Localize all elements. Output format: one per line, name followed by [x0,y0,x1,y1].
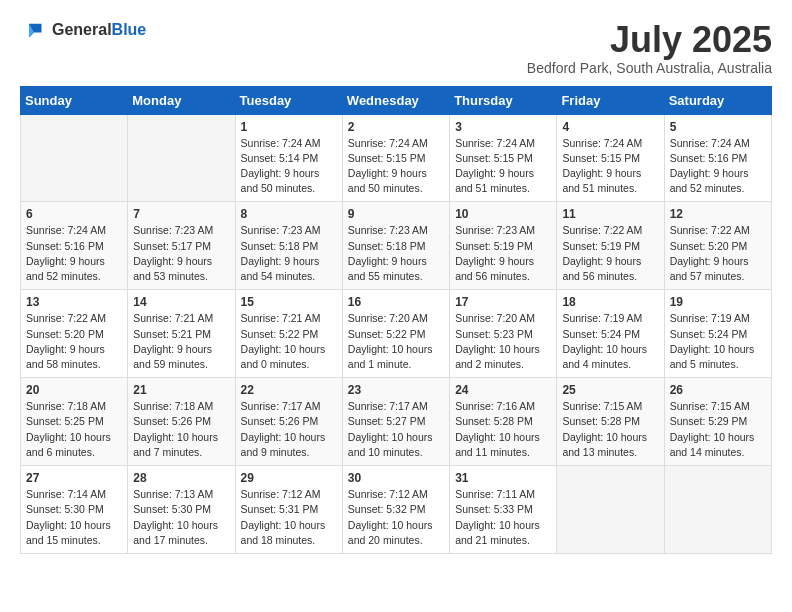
calendar-cell [664,466,771,554]
day-number: 2 [348,120,444,134]
calendar-table: SundayMondayTuesdayWednesdayThursdayFrid… [20,86,772,554]
calendar-cell: 6Sunrise: 7:24 AM Sunset: 5:16 PM Daylig… [21,202,128,290]
calendar-cell: 16Sunrise: 7:20 AM Sunset: 5:22 PM Dayli… [342,290,449,378]
day-number: 1 [241,120,337,134]
day-number: 17 [455,295,551,309]
calendar-cell: 17Sunrise: 7:20 AM Sunset: 5:23 PM Dayli… [450,290,557,378]
day-number: 18 [562,295,658,309]
day-number: 22 [241,383,337,397]
calendar-cell: 22Sunrise: 7:17 AM Sunset: 5:26 PM Dayli… [235,378,342,466]
calendar-cell: 4Sunrise: 7:24 AM Sunset: 5:15 PM Daylig… [557,114,664,202]
calendar-header-sunday: Sunday [21,86,128,114]
day-info: Sunrise: 7:23 AM Sunset: 5:18 PM Dayligh… [348,223,444,284]
logo: GeneralBlue [20,20,146,40]
calendar-week-row: 20Sunrise: 7:18 AM Sunset: 5:25 PM Dayli… [21,378,772,466]
logo-icon [20,20,48,40]
day-info: Sunrise: 7:19 AM Sunset: 5:24 PM Dayligh… [670,311,766,372]
day-number: 19 [670,295,766,309]
calendar-cell: 11Sunrise: 7:22 AM Sunset: 5:19 PM Dayli… [557,202,664,290]
calendar-cell: 3Sunrise: 7:24 AM Sunset: 5:15 PM Daylig… [450,114,557,202]
day-number: 31 [455,471,551,485]
calendar-cell: 23Sunrise: 7:17 AM Sunset: 5:27 PM Dayli… [342,378,449,466]
calendar-header-row: SundayMondayTuesdayWednesdayThursdayFrid… [21,86,772,114]
calendar-cell: 30Sunrise: 7:12 AM Sunset: 5:32 PM Dayli… [342,466,449,554]
day-info: Sunrise: 7:15 AM Sunset: 5:28 PM Dayligh… [562,399,658,460]
day-info: Sunrise: 7:12 AM Sunset: 5:32 PM Dayligh… [348,487,444,548]
day-info: Sunrise: 7:23 AM Sunset: 5:18 PM Dayligh… [241,223,337,284]
day-number: 8 [241,207,337,221]
day-info: Sunrise: 7:17 AM Sunset: 5:27 PM Dayligh… [348,399,444,460]
calendar-cell: 25Sunrise: 7:15 AM Sunset: 5:28 PM Dayli… [557,378,664,466]
calendar-week-row: 1Sunrise: 7:24 AM Sunset: 5:14 PM Daylig… [21,114,772,202]
day-number: 28 [133,471,229,485]
calendar-cell: 13Sunrise: 7:22 AM Sunset: 5:20 PM Dayli… [21,290,128,378]
location-title: Bedford Park, South Australia, Australia [527,60,772,76]
calendar-week-row: 6Sunrise: 7:24 AM Sunset: 5:16 PM Daylig… [21,202,772,290]
day-number: 16 [348,295,444,309]
day-number: 20 [26,383,122,397]
day-info: Sunrise: 7:24 AM Sunset: 5:16 PM Dayligh… [26,223,122,284]
calendar-cell: 29Sunrise: 7:12 AM Sunset: 5:31 PM Dayli… [235,466,342,554]
logo-blue: Blue [112,21,147,38]
calendar-cell: 7Sunrise: 7:23 AM Sunset: 5:17 PM Daylig… [128,202,235,290]
calendar-cell: 26Sunrise: 7:15 AM Sunset: 5:29 PM Dayli… [664,378,771,466]
day-info: Sunrise: 7:20 AM Sunset: 5:23 PM Dayligh… [455,311,551,372]
calendar-week-row: 27Sunrise: 7:14 AM Sunset: 5:30 PM Dayli… [21,466,772,554]
calendar-week-row: 13Sunrise: 7:22 AM Sunset: 5:20 PM Dayli… [21,290,772,378]
calendar-cell: 31Sunrise: 7:11 AM Sunset: 5:33 PM Dayli… [450,466,557,554]
day-info: Sunrise: 7:23 AM Sunset: 5:19 PM Dayligh… [455,223,551,284]
calendar-cell: 24Sunrise: 7:16 AM Sunset: 5:28 PM Dayli… [450,378,557,466]
day-number: 4 [562,120,658,134]
day-number: 11 [562,207,658,221]
day-number: 5 [670,120,766,134]
day-number: 10 [455,207,551,221]
day-info: Sunrise: 7:16 AM Sunset: 5:28 PM Dayligh… [455,399,551,460]
day-info: Sunrise: 7:24 AM Sunset: 5:15 PM Dayligh… [562,136,658,197]
page-header: GeneralBlue July 2025 Bedford Park, Sout… [20,20,772,76]
calendar-cell: 10Sunrise: 7:23 AM Sunset: 5:19 PM Dayli… [450,202,557,290]
day-number: 23 [348,383,444,397]
calendar-header-friday: Friday [557,86,664,114]
calendar-cell: 19Sunrise: 7:19 AM Sunset: 5:24 PM Dayli… [664,290,771,378]
calendar-cell: 20Sunrise: 7:18 AM Sunset: 5:25 PM Dayli… [21,378,128,466]
calendar-cell: 5Sunrise: 7:24 AM Sunset: 5:16 PM Daylig… [664,114,771,202]
day-number: 24 [455,383,551,397]
day-info: Sunrise: 7:23 AM Sunset: 5:17 PM Dayligh… [133,223,229,284]
day-info: Sunrise: 7:21 AM Sunset: 5:21 PM Dayligh… [133,311,229,372]
day-info: Sunrise: 7:13 AM Sunset: 5:30 PM Dayligh… [133,487,229,548]
day-number: 27 [26,471,122,485]
calendar-cell: 28Sunrise: 7:13 AM Sunset: 5:30 PM Dayli… [128,466,235,554]
day-info: Sunrise: 7:19 AM Sunset: 5:24 PM Dayligh… [562,311,658,372]
calendar-cell: 27Sunrise: 7:14 AM Sunset: 5:30 PM Dayli… [21,466,128,554]
day-info: Sunrise: 7:17 AM Sunset: 5:26 PM Dayligh… [241,399,337,460]
day-number: 14 [133,295,229,309]
calendar-cell: 9Sunrise: 7:23 AM Sunset: 5:18 PM Daylig… [342,202,449,290]
day-info: Sunrise: 7:24 AM Sunset: 5:16 PM Dayligh… [670,136,766,197]
day-info: Sunrise: 7:20 AM Sunset: 5:22 PM Dayligh… [348,311,444,372]
calendar-header-monday: Monday [128,86,235,114]
calendar-header-wednesday: Wednesday [342,86,449,114]
calendar-cell [557,466,664,554]
calendar-cell: 18Sunrise: 7:19 AM Sunset: 5:24 PM Dayli… [557,290,664,378]
day-number: 21 [133,383,229,397]
day-number: 9 [348,207,444,221]
calendar-cell: 8Sunrise: 7:23 AM Sunset: 5:18 PM Daylig… [235,202,342,290]
day-number: 26 [670,383,766,397]
month-title: July 2025 [527,20,772,60]
day-info: Sunrise: 7:22 AM Sunset: 5:20 PM Dayligh… [670,223,766,284]
day-info: Sunrise: 7:24 AM Sunset: 5:15 PM Dayligh… [455,136,551,197]
day-info: Sunrise: 7:18 AM Sunset: 5:25 PM Dayligh… [26,399,122,460]
day-number: 29 [241,471,337,485]
day-number: 13 [26,295,122,309]
day-info: Sunrise: 7:12 AM Sunset: 5:31 PM Dayligh… [241,487,337,548]
day-number: 25 [562,383,658,397]
calendar-cell: 12Sunrise: 7:22 AM Sunset: 5:20 PM Dayli… [664,202,771,290]
day-info: Sunrise: 7:18 AM Sunset: 5:26 PM Dayligh… [133,399,229,460]
calendar-header-tuesday: Tuesday [235,86,342,114]
calendar-cell: 14Sunrise: 7:21 AM Sunset: 5:21 PM Dayli… [128,290,235,378]
day-number: 12 [670,207,766,221]
logo-general: General [52,21,112,38]
title-section: July 2025 Bedford Park, South Australia,… [527,20,772,76]
day-info: Sunrise: 7:22 AM Sunset: 5:20 PM Dayligh… [26,311,122,372]
day-info: Sunrise: 7:21 AM Sunset: 5:22 PM Dayligh… [241,311,337,372]
